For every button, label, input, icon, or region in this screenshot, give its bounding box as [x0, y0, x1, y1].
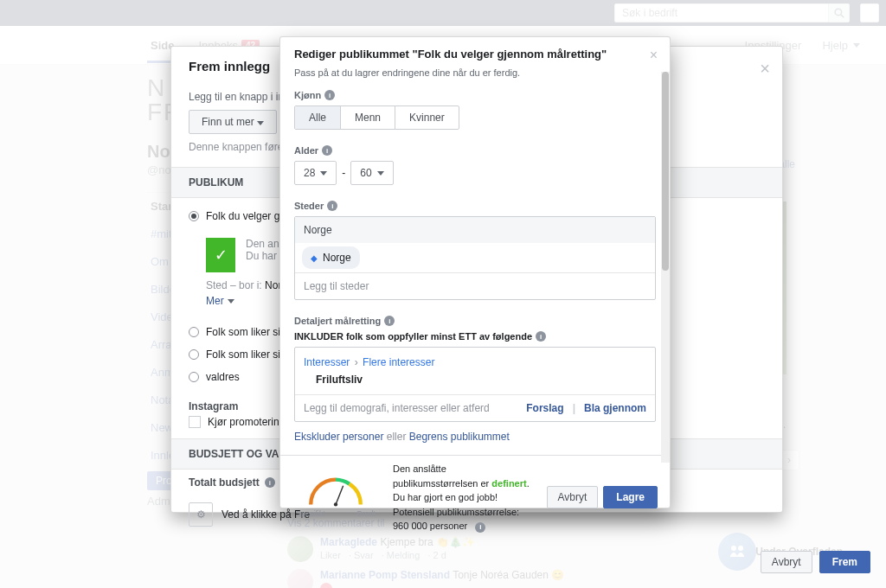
- gender-segment: Alle Menn Kvinner: [294, 105, 459, 130]
- info-icon[interactable]: i: [327, 201, 337, 211]
- radio-icon: [189, 327, 199, 337]
- place-input[interactable]: Legg til steder: [295, 272, 655, 299]
- limit-audience[interactable]: Begrens publikummet: [409, 431, 510, 443]
- chevron-down-icon: [257, 121, 264, 125]
- gender-label: Kjønn i: [294, 90, 656, 100]
- age-dash: -: [342, 167, 345, 179]
- gauge-left-label: Spesifikt: [296, 509, 325, 518]
- age-to-select[interactable]: 60: [350, 161, 393, 185]
- interest-sub[interactable]: Flere interesser: [363, 356, 434, 368]
- info-icon[interactable]: i: [536, 331, 546, 342]
- info-icon[interactable]: i: [324, 90, 335, 100]
- age-from-select[interactable]: 28: [294, 161, 337, 185]
- info-icon[interactable]: i: [322, 145, 332, 156]
- sted-label: Sted – bor i:: [206, 279, 262, 291]
- gender-all[interactable]: Alle: [295, 106, 341, 129]
- info-icon[interactable]: i: [265, 477, 275, 488]
- gender-men[interactable]: Menn: [341, 106, 395, 129]
- places-label: Steder i: [294, 201, 656, 211]
- detail-label: Detaljert målretting i: [294, 316, 656, 326]
- place-category: Norge: [295, 217, 655, 243]
- modal1-avbryt[interactable]: Avbryt: [761, 551, 812, 573]
- modal2-title: Rediger publikummet "Folk du velger gjen…: [280, 37, 670, 67]
- interest-box: Interesser › Flere interesser Friluftsli…: [294, 347, 656, 422]
- checkbox-icon: [189, 416, 201, 428]
- gender-women[interactable]: Kvinner: [395, 106, 459, 129]
- place-tag[interactable]: ◆ Norge: [302, 246, 360, 269]
- gear-button[interactable]: ⚙: [189, 502, 213, 527]
- info-icon[interactable]: i: [475, 522, 485, 533]
- info-icon[interactable]: i: [384, 316, 395, 326]
- age-range: 28 - 60: [294, 161, 656, 185]
- modal1-close[interactable]: ×: [760, 59, 770, 79]
- places-box: Norge ◆ Norge Legg til steder: [294, 216, 656, 300]
- exclude-persons[interactable]: Ekskluder personer: [294, 431, 383, 443]
- modal2-close[interactable]: ×: [650, 48, 658, 63]
- exclude-row: Ekskluder personer eller Begrens publiku…: [294, 431, 656, 443]
- gauge-right-label: Bredt: [356, 509, 376, 518]
- gauge-icon: [298, 476, 374, 508]
- chevron-down-icon: [228, 299, 234, 304]
- radio-icon: [189, 211, 199, 221]
- age-label: Alder i: [294, 145, 656, 156]
- interest-placeholder[interactable]: Legg til demografi, interesser eller atf…: [304, 402, 490, 414]
- suggest-link[interactable]: Forslag: [526, 402, 563, 414]
- modal2-avbryt[interactable]: Avbryt: [547, 486, 599, 508]
- modal1-frem[interactable]: Frem: [819, 551, 870, 573]
- interest-value[interactable]: Friluftsliv: [304, 374, 646, 386]
- svg-line-4: [336, 486, 343, 505]
- modal2-footer: Spesifikt Bredt Den anslåtte publikumsst…: [280, 455, 670, 540]
- check-icon: ✓: [206, 238, 235, 272]
- finnmer-dropdown[interactable]: Finn ut mer: [189, 110, 277, 134]
- audience-result: Den anslåtte publikumsstørrelsen er defi…: [393, 462, 533, 534]
- modal2-lagre[interactable]: Lagre: [603, 486, 658, 508]
- gear-icon: ⚙: [196, 508, 206, 521]
- interest-cat[interactable]: Interesser: [304, 356, 350, 368]
- radio-icon: [189, 372, 199, 382]
- modal2-scrollbar[interactable]: [661, 72, 670, 463]
- chevron-down-icon: [377, 171, 384, 176]
- modal2-body: Pass på at du lagrer endringene dine når…: [280, 67, 670, 455]
- pin-icon: ◆: [311, 253, 318, 263]
- chevron-down-icon: [320, 171, 327, 176]
- modal2-note: Pass på at du lagrer endringene dine når…: [294, 67, 656, 78]
- include-label: INKLUDER folk som oppfyller minst ETT av…: [294, 331, 656, 342]
- arrow-icon: ›: [355, 356, 358, 368]
- radio-icon: [189, 349, 199, 360]
- gauge: Spesifikt Bredt: [292, 476, 379, 518]
- browse-link[interactable]: Bla gjennom: [584, 402, 646, 414]
- edit-audience-modal: Rediger publikummet "Folk du velger gjen…: [279, 36, 671, 508]
- svg-point-5: [334, 502, 337, 506]
- scroll-thumb[interactable]: [662, 72, 669, 271]
